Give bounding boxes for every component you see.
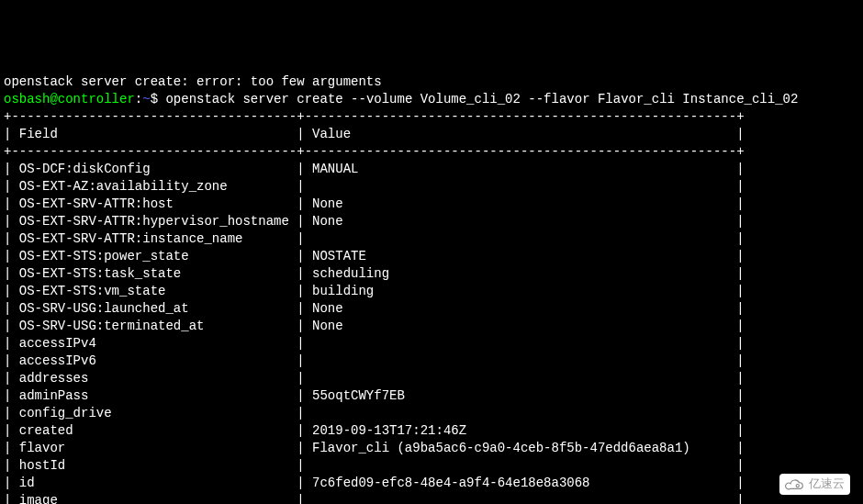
table-row: | OS-SRV-USG:terminated_at | None | <box>4 318 859 335</box>
table-row: | OS-EXT-AZ:availability_zone | | <box>4 178 859 196</box>
terminal-output[interactable]: openstack server create: error: too few … <box>4 73 859 504</box>
table-border: +-------------------------------------+-… <box>4 108 859 126</box>
prompt-line: osbash@controller:~$ openstack server cr… <box>4 91 859 108</box>
svg-point-0 <box>796 484 799 487</box>
table-row: | id | 7c6fed09-efc8-48e4-a9f4-64e18e8a3… <box>4 475 859 492</box>
prompt-path: ~ <box>142 92 150 106</box>
table-row: | accessIPv4 | | <box>4 335 859 353</box>
table-row: | hostId | | <box>4 457 859 475</box>
prompt-dollar: $ <box>151 92 166 106</box>
table-row: | created | 2019-09-13T17:21:46Z | <box>4 422 859 440</box>
command-text: openstack server create --volume Volume_… <box>165 92 798 106</box>
table-row: | adminPass | 55oqtCWYf7EB | <box>4 387 859 405</box>
table-row: | OS-EXT-SRV-ATTR:instance_name | | <box>4 230 859 248</box>
table-row: | image | | <box>4 492 859 504</box>
table-row: | config_drive | | <box>4 405 859 422</box>
table-row: | OS-EXT-SRV-ATTR:host | None | <box>4 196 859 213</box>
prompt-user-host: osbash@controller <box>4 92 135 106</box>
table-header: | Field | Value | <box>4 126 859 143</box>
prompt-colon: : <box>135 92 142 106</box>
watermark: 亿速云 <box>779 474 850 495</box>
table-row: | OS-EXT-STS:power_state | NOSTATE | <box>4 248 859 265</box>
table-border: +-------------------------------------+-… <box>4 143 859 161</box>
cloud-icon <box>785 478 805 491</box>
table-row: | OS-EXT-STS:task_state | scheduling | <box>4 265 859 283</box>
table-row: | OS-SRV-USG:launched_at | None | <box>4 300 859 318</box>
table-row: | OS-DCF:diskConfig | MANUAL | <box>4 161 859 178</box>
table-row: | flavor | Flavor_cli (a9ba5ac6-c9a0-4ce… <box>4 440 859 457</box>
watermark-label: 亿速云 <box>809 476 845 493</box>
table-row: | accessIPv6 | | <box>4 353 859 370</box>
table-row: | OS-EXT-STS:vm_state | building | <box>4 283 859 300</box>
table-row: | OS-EXT-SRV-ATTR:hypervisor_hostname | … <box>4 213 859 230</box>
error-line: openstack server create: error: too few … <box>4 73 859 91</box>
table-row: | addresses | | <box>4 370 859 387</box>
